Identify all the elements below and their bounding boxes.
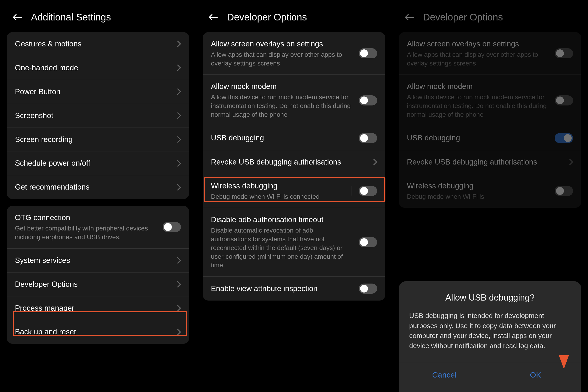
chevron-right-icon bbox=[176, 64, 181, 71]
item-usb-debugging[interactable]: USB debugging bbox=[203, 126, 385, 150]
toggle-view-attr[interactable] bbox=[359, 284, 377, 294]
separator bbox=[351, 186, 351, 196]
page-title: Developer Options bbox=[227, 12, 307, 23]
pane-developer-options: Developer Options Allow screen overlays … bbox=[196, 0, 392, 392]
item-subtitle: Disable automatic revocation of adb auth… bbox=[211, 226, 354, 270]
toggle-usb-debugging[interactable] bbox=[359, 133, 377, 143]
item-mock-modem[interactable]: Allow mock modem Allow this device to ru… bbox=[203, 75, 385, 126]
dev-options-list-dimmed: Allow screen overlays on settings Allow … bbox=[399, 32, 581, 208]
chevron-right-icon bbox=[569, 158, 573, 166]
chevron-right-icon bbox=[176, 88, 181, 95]
item-label: Revoke USB debugging authorisations bbox=[211, 157, 368, 167]
item-subtitle: Allow apps that can display over other a… bbox=[211, 50, 354, 68]
chevron-right-icon bbox=[176, 112, 181, 119]
item-wireless-debugging: Wireless debugging Debug mode when Wi-Fi… bbox=[399, 174, 581, 208]
item-label: USB debugging bbox=[211, 133, 354, 143]
chevron-right-icon bbox=[176, 281, 181, 288]
item-label: One-handed mode bbox=[15, 63, 172, 73]
item-label: Allow mock modem bbox=[211, 82, 354, 92]
item-label: USB debugging bbox=[407, 133, 550, 143]
item-screenshot[interactable]: Screenshot bbox=[7, 104, 189, 128]
chevron-right-icon bbox=[176, 160, 181, 167]
item-screen-recording[interactable]: Screen recording bbox=[7, 128, 189, 152]
toggle-mock-modem[interactable] bbox=[359, 95, 377, 106]
back-icon[interactable] bbox=[207, 12, 219, 23]
header: Developer Options bbox=[392, 0, 588, 32]
item-label: Disable adb authorisation timeout bbox=[211, 215, 354, 225]
chevron-right-icon bbox=[176, 328, 181, 336]
item-recommendations[interactable]: Get recommendations bbox=[7, 175, 189, 199]
toggle-otg[interactable] bbox=[163, 222, 181, 232]
item-label: Get recommendations bbox=[15, 182, 172, 192]
settings-group-2: OTG connection Get better compatibility … bbox=[7, 206, 189, 344]
item-subtitle: Get better compatibility with peripheral… bbox=[15, 224, 158, 242]
dialog-body: USB debugging is intended for developmen… bbox=[409, 311, 571, 351]
usb-debugging-dialog: Allow USB debugging? USB debugging is in… bbox=[399, 281, 581, 392]
item-label: Wireless debugging bbox=[407, 181, 550, 191]
header: Additional Settings bbox=[0, 0, 196, 32]
item-gestures[interactable]: Gestures & motions bbox=[7, 32, 189, 56]
item-label: Screen recording bbox=[15, 135, 172, 144]
item-backup-reset[interactable]: Back up and reset bbox=[7, 320, 189, 344]
cancel-button[interactable]: Cancel bbox=[399, 362, 490, 382]
header: Developer Options bbox=[196, 0, 392, 32]
item-label: Schedule power on/off bbox=[15, 158, 172, 168]
item-view-attr[interactable]: Enable view attribute inspection bbox=[203, 277, 385, 300]
item-screen-overlays: Allow screen overlays on settings Allow … bbox=[399, 32, 581, 75]
ok-button[interactable]: OK bbox=[490, 362, 581, 382]
item-adb-timeout[interactable]: Disable adb authorisation timeout Disabl… bbox=[203, 208, 385, 277]
item-subtitle: Debug mode when Wi-Fi is connected bbox=[211, 192, 348, 201]
toggle-wireless-debugging bbox=[555, 186, 573, 196]
chevron-right-icon bbox=[176, 305, 181, 312]
item-screen-overlays[interactable]: Allow screen overlays on settings Allow … bbox=[203, 32, 385, 75]
item-label: OTG connection bbox=[15, 213, 158, 223]
back-icon[interactable] bbox=[404, 12, 415, 23]
item-mock-modem: Allow mock modem Allow this device to ru… bbox=[399, 75, 581, 126]
item-system-services[interactable]: System services bbox=[7, 248, 189, 272]
item-label: Allow mock modem bbox=[407, 82, 550, 92]
page-title: Additional Settings bbox=[31, 12, 111, 23]
item-otg[interactable]: OTG connection Get better compatibility … bbox=[7, 206, 189, 248]
item-revoke-usb: Revoke USB debugging authorisations bbox=[399, 150, 581, 174]
item-label: Power Button bbox=[15, 87, 172, 97]
item-label: Gestures & motions bbox=[15, 39, 172, 49]
item-label: Screenshot bbox=[15, 111, 172, 121]
toggle-wireless-debugging[interactable] bbox=[359, 186, 377, 196]
item-one-handed[interactable]: One-handed mode bbox=[7, 56, 189, 80]
item-process-manager[interactable]: Process manager bbox=[7, 296, 189, 320]
settings-group-1: Gestures & motions One-handed mode Power… bbox=[7, 32, 189, 199]
item-label: Process manager bbox=[15, 303, 172, 313]
item-label: Enable view attribute inspection bbox=[211, 284, 354, 294]
chevron-right-icon bbox=[176, 257, 181, 264]
chevron-right-icon bbox=[176, 40, 181, 47]
toggle-usb-debugging bbox=[555, 133, 573, 143]
item-schedule-power[interactable]: Schedule power on/off bbox=[7, 152, 189, 175]
item-subtitle: Debug mode when Wi-Fi is bbox=[407, 192, 550, 201]
item-power-button[interactable]: Power Button bbox=[7, 80, 189, 104]
toggle-adb-timeout[interactable] bbox=[359, 237, 377, 247]
item-label: Developer Options bbox=[15, 280, 172, 289]
dev-options-list: Allow screen overlays on settings Allow … bbox=[203, 32, 385, 300]
dialog-title: Allow USB debugging? bbox=[409, 293, 571, 302]
item-label: System services bbox=[15, 256, 172, 266]
page-title: Developer Options bbox=[423, 12, 503, 23]
back-icon[interactable] bbox=[11, 12, 23, 23]
item-developer-options[interactable]: Developer Options bbox=[7, 272, 189, 296]
item-wireless-debugging[interactable]: Wireless debugging Debug mode when Wi-Fi… bbox=[203, 174, 385, 208]
chevron-right-icon bbox=[373, 158, 377, 166]
item-subtitle: Allow this device to run mock modem serv… bbox=[407, 93, 550, 119]
item-label: Allow screen overlays on settings bbox=[211, 39, 354, 49]
item-usb-debugging: USB debugging bbox=[399, 126, 581, 150]
item-label: Back up and reset bbox=[15, 327, 172, 337]
toggle-mock-modem bbox=[555, 95, 573, 106]
item-revoke-usb[interactable]: Revoke USB debugging authorisations bbox=[203, 150, 385, 174]
item-subtitle: Allow this device to run mock modem serv… bbox=[211, 93, 354, 119]
item-label: Wireless debugging bbox=[211, 181, 348, 191]
toggle-overlays[interactable] bbox=[359, 48, 377, 58]
chevron-right-icon bbox=[176, 184, 181, 191]
pane-additional-settings: Additional Settings Gestures & motions O… bbox=[0, 0, 196, 392]
pane-developer-options-dialog: Developer Options Allow screen overlays … bbox=[392, 0, 588, 392]
chevron-right-icon bbox=[176, 136, 181, 143]
dialog-buttons: Cancel OK bbox=[399, 362, 581, 382]
item-label: Allow screen overlays on settings bbox=[407, 39, 550, 49]
